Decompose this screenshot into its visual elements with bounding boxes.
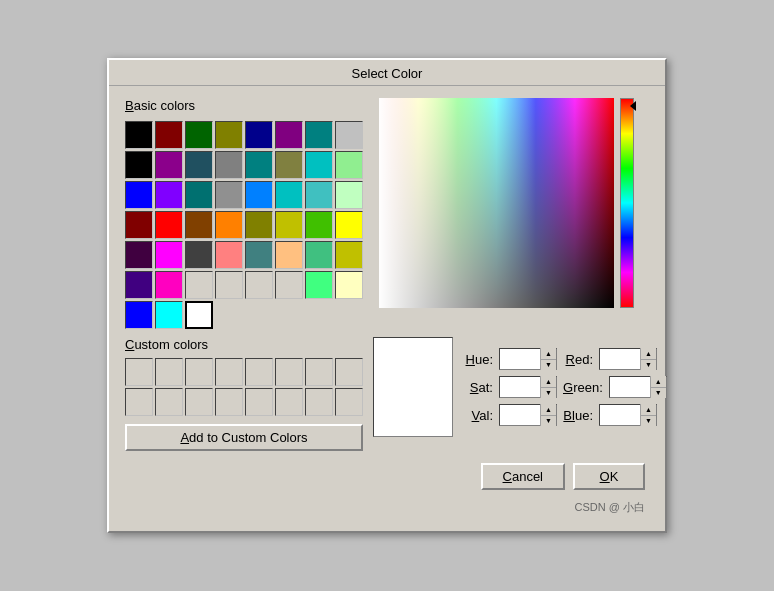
custom-color-swatch[interactable] [215, 358, 243, 386]
basic-color-swatch[interactable] [335, 121, 363, 149]
custom-color-swatch[interactable] [335, 358, 363, 386]
val-down-button[interactable]: ▼ [541, 416, 556, 427]
basic-color-swatch[interactable] [125, 271, 153, 299]
custom-color-swatch[interactable] [245, 358, 273, 386]
green-spinbox[interactable]: 255 ▲ ▼ [609, 376, 667, 398]
add-custom-colors-button[interactable]: Add to Custom Colors [125, 424, 363, 451]
basic-color-swatch[interactable] [155, 301, 183, 329]
basic-color-swatch[interactable] [185, 241, 213, 269]
basic-color-swatch[interactable] [245, 271, 273, 299]
custom-color-swatch[interactable] [275, 388, 303, 416]
basic-color-swatch[interactable] [335, 181, 363, 209]
hue-input[interactable]: 0 [500, 349, 540, 369]
basic-color-swatch[interactable] [275, 121, 303, 149]
custom-color-swatch[interactable] [275, 358, 303, 386]
basic-color-swatch[interactable] [155, 271, 183, 299]
basic-color-swatch[interactable] [305, 301, 333, 329]
custom-color-swatch[interactable] [185, 388, 213, 416]
sat-input[interactable]: 0 [500, 377, 540, 397]
basic-color-swatch[interactable] [215, 121, 243, 149]
basic-color-swatch[interactable] [305, 211, 333, 239]
blue-input[interactable]: 255 [600, 405, 640, 425]
basic-color-swatch[interactable] [335, 301, 363, 329]
green-input[interactable]: 255 [610, 377, 650, 397]
val-input[interactable]: 255 [500, 405, 540, 425]
sat-up-button[interactable]: ▲ [541, 376, 556, 388]
color-gradient[interactable] [379, 98, 614, 308]
red-up-button[interactable]: ▲ [641, 348, 656, 360]
red-down-button[interactable]: ▼ [641, 360, 656, 371]
basic-color-swatch[interactable] [125, 211, 153, 239]
basic-color-swatch[interactable] [335, 211, 363, 239]
basic-color-swatch[interactable] [215, 211, 243, 239]
basic-color-swatch[interactable] [335, 151, 363, 179]
basic-color-swatch[interactable] [185, 121, 213, 149]
custom-color-swatch[interactable] [245, 388, 273, 416]
basic-color-swatch[interactable] [185, 151, 213, 179]
basic-color-swatch[interactable] [245, 121, 273, 149]
sat-spinbox[interactable]: 0 ▲ ▼ [499, 376, 557, 398]
basic-color-swatch[interactable] [275, 181, 303, 209]
custom-color-swatch[interactable] [125, 388, 153, 416]
custom-color-swatch[interactable] [125, 358, 153, 386]
basic-color-swatch[interactable] [275, 271, 303, 299]
basic-color-swatch[interactable] [275, 151, 303, 179]
red-spinbox[interactable]: 255 ▲ ▼ [599, 348, 657, 370]
custom-color-swatch[interactable] [215, 388, 243, 416]
custom-color-swatch[interactable] [305, 388, 333, 416]
basic-color-swatch[interactable] [245, 301, 273, 329]
basic-color-swatch[interactable] [185, 271, 213, 299]
basic-color-swatch[interactable] [215, 271, 243, 299]
hue-down-button[interactable]: ▼ [541, 360, 556, 371]
cancel-button[interactable]: Cancel [481, 463, 565, 490]
hue-up-button[interactable]: ▲ [541, 348, 556, 360]
blue-spinbox[interactable]: 255 ▲ ▼ [599, 404, 657, 426]
val-up-button[interactable]: ▲ [541, 404, 556, 416]
basic-color-swatch[interactable] [275, 301, 303, 329]
hue-spinbox[interactable]: 0 ▲ ▼ [499, 348, 557, 370]
sat-down-button[interactable]: ▼ [541, 388, 556, 399]
basic-color-swatch[interactable] [335, 241, 363, 269]
custom-color-swatch[interactable] [155, 388, 183, 416]
basic-color-swatch[interactable] [275, 211, 303, 239]
green-up-button[interactable]: ▲ [651, 376, 666, 388]
basic-color-swatch[interactable] [125, 241, 153, 269]
custom-color-swatch[interactable] [305, 358, 333, 386]
custom-color-swatch[interactable] [185, 358, 213, 386]
basic-color-swatch[interactable] [335, 271, 363, 299]
basic-color-swatch[interactable] [305, 241, 333, 269]
val-spinbox[interactable]: 255 ▲ ▼ [499, 404, 557, 426]
red-input[interactable]: 255 [600, 349, 640, 369]
custom-color-swatch[interactable] [335, 388, 363, 416]
basic-color-swatch[interactable] [245, 211, 273, 239]
basic-color-swatch[interactable] [215, 151, 243, 179]
basic-color-swatch[interactable] [215, 301, 243, 329]
basic-color-swatch[interactable] [155, 181, 183, 209]
basic-color-swatch[interactable] [245, 181, 273, 209]
basic-color-swatch[interactable] [305, 181, 333, 209]
basic-color-swatch[interactable] [185, 181, 213, 209]
basic-color-swatch[interactable] [245, 151, 273, 179]
basic-color-swatch[interactable] [125, 301, 153, 329]
custom-color-swatch[interactable] [155, 358, 183, 386]
basic-color-swatch[interactable] [245, 241, 273, 269]
basic-color-swatch[interactable] [305, 151, 333, 179]
basic-color-swatch[interactable] [155, 121, 183, 149]
basic-color-swatch[interactable] [155, 241, 183, 269]
basic-color-swatch[interactable] [125, 181, 153, 209]
basic-color-swatch[interactable] [185, 301, 213, 329]
blue-up-button[interactable]: ▲ [641, 404, 656, 416]
ok-button[interactable]: OK [573, 463, 645, 490]
basic-color-swatch[interactable] [125, 151, 153, 179]
blue-down-button[interactable]: ▼ [641, 416, 656, 427]
green-down-button[interactable]: ▼ [651, 388, 666, 399]
hue-slider-track[interactable] [620, 98, 634, 308]
basic-color-swatch[interactable] [215, 241, 243, 269]
basic-color-swatch[interactable] [305, 121, 333, 149]
basic-color-swatch[interactable] [305, 271, 333, 299]
basic-color-swatch[interactable] [125, 121, 153, 149]
basic-color-swatch[interactable] [155, 211, 183, 239]
basic-color-swatch[interactable] [275, 241, 303, 269]
basic-color-swatch[interactable] [155, 151, 183, 179]
basic-color-swatch[interactable] [185, 211, 213, 239]
